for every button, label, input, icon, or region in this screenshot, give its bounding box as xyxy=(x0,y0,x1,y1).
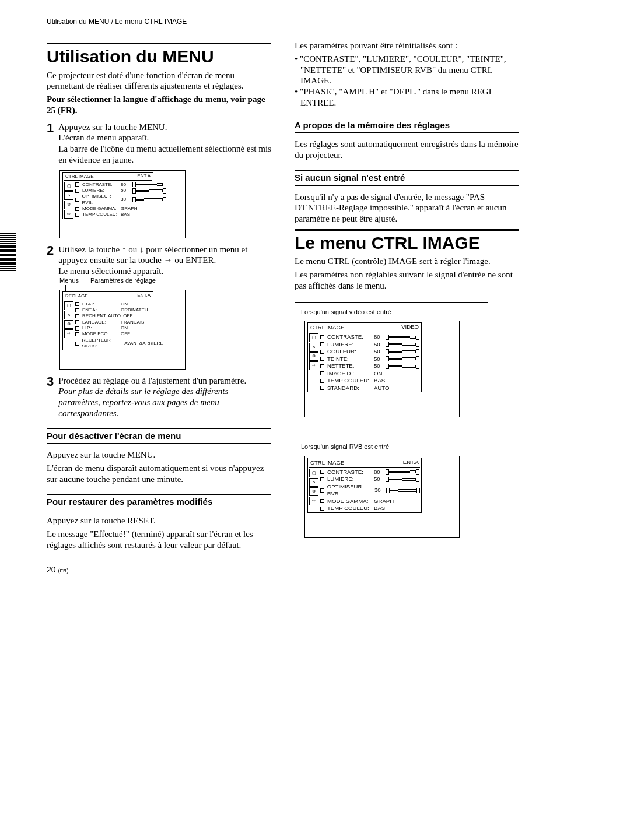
right-column: Les paramètres pouvant être réinitialisé… xyxy=(295,38,519,553)
osd2-label-params: Paramètres de réglage xyxy=(90,277,156,285)
slider-icon xyxy=(386,364,419,369)
osd-param-row: IMAGE D.:ON xyxy=(319,370,420,377)
checkbox-icon xyxy=(75,320,79,324)
osd-param-value: 80 xyxy=(374,333,382,340)
heading-ctrl-image: Le menu CTRL IMAGE xyxy=(295,229,519,254)
checkbox-icon xyxy=(320,357,324,361)
ctrl-image-p1: Le menu CTRL (contrôle) IMAGE sert à rég… xyxy=(295,256,519,267)
osd-param-row: MODE ECO:OFF xyxy=(74,331,159,337)
osd-signal: ENT.A xyxy=(403,459,419,466)
osd-param-value: GRAPH xyxy=(374,498,394,505)
slider-icon xyxy=(386,349,419,354)
checkbox-icon xyxy=(320,386,324,390)
osd-param-key: TEMP COULEU: xyxy=(327,505,373,512)
osd-param-key: ENT.A: xyxy=(82,307,120,313)
osd-param-value: BAS xyxy=(121,212,130,217)
osd-param-value: AUTO xyxy=(374,385,389,392)
osd-param-value: ON xyxy=(121,325,129,331)
slider-icon xyxy=(132,182,166,187)
step-1-line-2: L'écran de menu apparaît. xyxy=(58,133,149,142)
slider-icon xyxy=(132,188,166,194)
checkbox-icon xyxy=(75,302,79,306)
osd-param-value: OFF xyxy=(123,313,132,319)
osd-param-row: TEMP COULEU:BAS xyxy=(74,212,166,217)
osd-param-key: NETTETE: xyxy=(327,363,373,370)
osd-ctrl-image-rgb: CTRL IMAGEENT.A▢↘⚙⇨CONTRASTE:80LUMIERE:5… xyxy=(304,456,460,538)
osd-param-row: LUMIERE:50 xyxy=(319,341,420,348)
osd-param-value: 50 xyxy=(374,341,382,348)
osd-param-key: LANGAGE: xyxy=(82,319,120,325)
section-deactivate-heading: Pour désactiver l'écran de menu xyxy=(47,428,271,444)
osd-param-key: TEMP COULEU: xyxy=(327,377,373,384)
deactivate-p2: L'écran de menu disparaît automatiquemen… xyxy=(47,463,271,485)
osd-param-key: LUMIERE: xyxy=(327,341,373,348)
step-3-italic: Pour plus de détails sur le réglage des … xyxy=(58,386,228,418)
osd-param-value: ORDINATEU xyxy=(121,307,148,313)
checkbox-icon xyxy=(75,342,79,346)
checkbox-icon xyxy=(320,477,324,481)
osd-param-row: TEMP COULEU:BAS xyxy=(319,377,420,384)
osd-param-key: RECEPTEUR SIRCS: xyxy=(82,338,124,350)
checkbox-icon xyxy=(75,189,79,193)
osd-param-value: ON xyxy=(121,301,129,307)
osd-param-value: 50 xyxy=(374,363,382,370)
reset-bullet-1: • "CONTRASTE", "LUMIERE", "COULEUR", "TE… xyxy=(295,54,519,86)
osd-param-row: CONTRASTE:80 xyxy=(319,333,420,340)
checkbox-icon xyxy=(320,350,324,354)
checkbox-icon xyxy=(320,470,324,474)
osd-param-key: COULEUR: xyxy=(327,348,373,355)
step-3-line-1: Procédez au réglage ou à l'ajustement d'… xyxy=(58,376,246,385)
left-column: Utilisation du MENU Ce projecteur est do… xyxy=(29,38,271,553)
rgb-signal-caption: Lorsqu'un signal RVB est entré xyxy=(301,443,482,451)
osd-title: CTRL IMAGE xyxy=(65,174,94,180)
checkbox-icon xyxy=(320,488,324,493)
rgb-signal-box: Lorsqu'un signal RVB est entré CTRL IMAG… xyxy=(295,437,488,549)
section-nosignal-heading: Si aucun signal n'est entré xyxy=(295,170,519,186)
osd-param-row: LANGAGE:FRANCAIS xyxy=(74,319,159,325)
osd-param-row: MODE GAMMA:GRAPH xyxy=(74,206,166,212)
step-3-body: Procédez au réglage ou à l'ajustement d'… xyxy=(58,375,271,419)
osd2-label-menus: Menus xyxy=(60,277,79,285)
slider-icon xyxy=(386,342,419,347)
osd-param-value: BAS xyxy=(374,505,385,512)
osd-param-value: 80 xyxy=(121,182,129,188)
section-memory-heading: A propos de la mémoire des réglages xyxy=(295,118,519,133)
page-edge-marker xyxy=(0,233,16,271)
osd-param-key: CONTRASTE: xyxy=(82,182,120,188)
osd-param-row: LUMIERE:50 xyxy=(74,188,166,194)
osd-title: CTRL IMAGE xyxy=(310,324,344,331)
checkbox-icon xyxy=(320,342,324,346)
osd-param-key: OPTIMISEUR RVB: xyxy=(82,194,120,206)
osd-param-row: TEINTE:50 xyxy=(319,356,420,363)
step-2-text-b: ou xyxy=(126,245,139,254)
osd-param-value: AVANT&ARRIERE xyxy=(124,340,159,346)
osd-param-key: CONTRASTE: xyxy=(327,333,373,340)
checkbox-icon xyxy=(320,499,324,503)
osd-param-key: CONTRASTE: xyxy=(327,469,373,476)
video-signal-caption: Lorsqu'un signal vidéo est entré xyxy=(301,308,482,317)
osd-param-value: 50 xyxy=(374,348,382,355)
step-1-line-1: Appuyez sur la touche MENU. xyxy=(58,122,167,132)
slider-icon xyxy=(386,488,420,493)
ctrl-image-p2: Les paramètres non réglables suivant le … xyxy=(295,269,519,291)
memory-p: Les réglages sont automatiquement enregi… xyxy=(295,139,519,161)
osd-param-value: 30 xyxy=(121,196,129,202)
osd-param-row: STANDARD:AUTO xyxy=(319,385,420,392)
osd-param-key: OPTIMISEUR RVB: xyxy=(327,483,373,498)
osd-title: CTRL IMAGE xyxy=(310,459,344,466)
osd-reglage: REGLAGEENT.A▢↘⚙⇨ETAT:ONENT.A:ORDINATEURE… xyxy=(60,290,186,370)
checkbox-icon xyxy=(320,507,324,511)
checkbox-icon xyxy=(75,326,79,331)
restore-p1: Appuyez sur la touche RESET. xyxy=(47,515,271,526)
osd-param-row: CONTRASTE:80 xyxy=(74,182,166,188)
osd-param-value: BAS xyxy=(374,377,385,384)
osd-param-row: NETTETE:50 xyxy=(319,363,420,370)
step-2-body: Utilisez la touche ↑ ou ↓ pour sélection… xyxy=(58,244,271,277)
osd-param-row: OPTIMISEUR RVB:30 xyxy=(319,483,420,498)
osd-param-row: TEMP COULEU:BAS xyxy=(319,505,420,512)
osd-param-key: STANDARD: xyxy=(327,385,373,392)
slider-icon xyxy=(386,356,419,361)
running-header: Utilisation du MENU / Le menu CTRL IMAGE xyxy=(47,17,519,26)
deactivate-p1: Appuyez sur la touche MENU. xyxy=(47,449,271,461)
osd-param-key: LUMIERE: xyxy=(82,188,120,194)
